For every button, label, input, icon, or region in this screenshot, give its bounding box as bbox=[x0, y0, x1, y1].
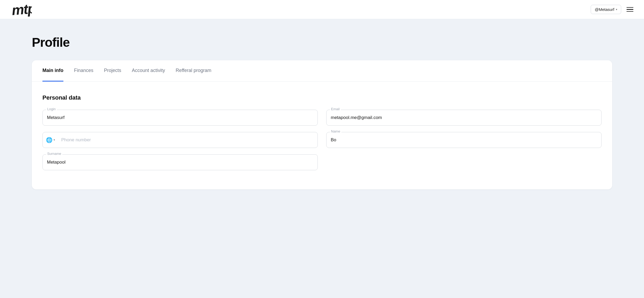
header: mtp @Metasurf ▾ bbox=[0, 0, 644, 19]
tab-finances[interactable]: Finances bbox=[74, 60, 93, 82]
tab-projects[interactable]: Projects bbox=[104, 60, 121, 82]
login-label: Login bbox=[46, 107, 57, 111]
phone-field-wrapper: 🌐 ▾ bbox=[42, 132, 318, 148]
tabs-nav: Main info Finances Projects Account acti… bbox=[32, 60, 612, 82]
surname-field: Surname bbox=[42, 154, 318, 170]
dropdown-arrow-icon: ▾ bbox=[616, 8, 617, 11]
email-field: Email bbox=[326, 110, 602, 126]
user-dropdown[interactable]: @Metasurf ▾ bbox=[591, 5, 621, 14]
tab-account-activity[interactable]: Account activity bbox=[132, 60, 165, 82]
phone-input[interactable] bbox=[61, 137, 317, 143]
form-row-surname: Surname bbox=[42, 154, 602, 170]
name-label: Name bbox=[330, 129, 341, 133]
username-label: @Metasurf bbox=[595, 7, 614, 12]
card-content: Personal data Login Email 🌐 bbox=[32, 82, 612, 189]
hamburger-menu[interactable] bbox=[626, 7, 633, 12]
hamburger-line-2 bbox=[626, 9, 633, 10]
surname-label: Surname bbox=[46, 152, 62, 156]
tab-main-info[interactable]: Main info bbox=[42, 60, 63, 82]
phone-input-container: 🌐 ▾ bbox=[42, 132, 318, 148]
hamburger-line-3 bbox=[626, 11, 633, 12]
surname-input[interactable] bbox=[42, 154, 318, 170]
header-right: @Metasurf ▾ bbox=[591, 5, 633, 14]
email-input[interactable] bbox=[326, 110, 602, 126]
login-field: Login bbox=[42, 110, 318, 126]
tab-referral-program[interactable]: Refferal program bbox=[176, 60, 211, 82]
form-row-login-email: Login Email bbox=[42, 110, 602, 126]
email-label: Email bbox=[330, 107, 341, 111]
logo-icon: mtp bbox=[11, 0, 32, 18]
profile-card: Main info Finances Projects Account acti… bbox=[32, 60, 612, 189]
login-input[interactable] bbox=[42, 110, 318, 126]
empty-field bbox=[326, 154, 602, 170]
phone-prefix-selector[interactable]: 🌐 ▾ bbox=[43, 137, 61, 143]
logo: mtp bbox=[11, 0, 32, 20]
prefix-dropdown-arrow-icon: ▾ bbox=[54, 138, 55, 141]
globe-icon: 🌐 bbox=[46, 137, 53, 143]
svg-text:mtp: mtp bbox=[11, 1, 32, 18]
main-content: Profile Main info Finances Projects Acco… bbox=[0, 19, 644, 205]
name-input[interactable] bbox=[326, 132, 602, 148]
hamburger-line-1 bbox=[626, 7, 633, 8]
page-title: Profile bbox=[32, 35, 612, 50]
logo-text: mtp bbox=[11, 0, 32, 20]
name-field: Name bbox=[326, 132, 602, 148]
section-title-personal-data: Personal data bbox=[42, 94, 602, 101]
form-row-phone-name: 🌐 ▾ Name bbox=[42, 132, 602, 148]
